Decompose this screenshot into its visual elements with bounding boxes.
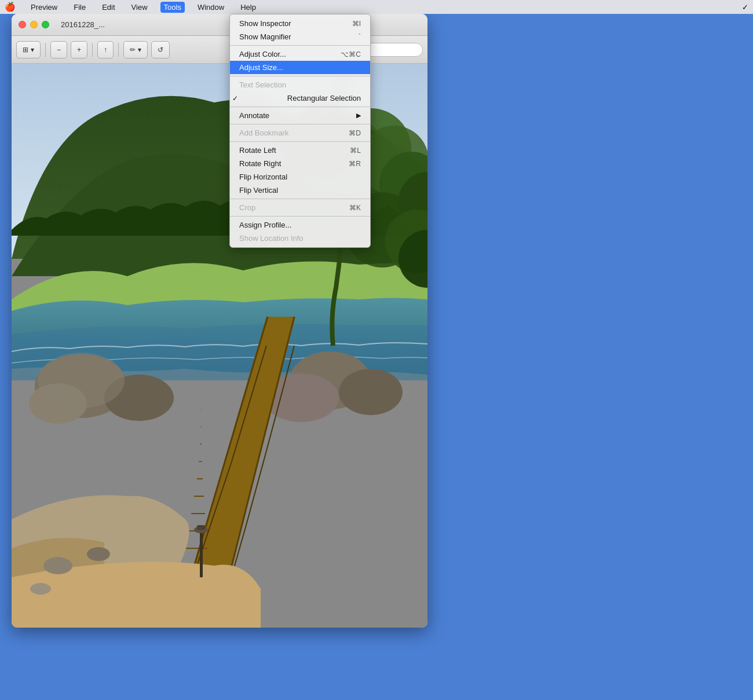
view-icon: ⊞: [23, 46, 28, 54]
toolbar-separator-2: [92, 43, 93, 57]
menubar-preview[interactable]: Preview: [27, 2, 61, 13]
svg-point-29: [30, 583, 51, 595]
toolbar-separator-3: [118, 43, 119, 57]
menu-label-text-selection: Text Selection: [239, 80, 286, 89]
menu-item-show-location-info[interactable]: Show Location Info: [230, 232, 370, 245]
rotate-button[interactable]: ↺: [151, 41, 170, 58]
taskbar-checkmark-icon: ✓: [742, 3, 748, 12]
menu-label-rotate-left: Rotate Left: [239, 146, 276, 155]
menu-item-text-selection[interactable]: Text Selection: [230, 78, 370, 91]
zoom-in-button[interactable]: +: [71, 41, 87, 58]
menu-separator-1: [230, 45, 370, 46]
svg-point-6: [339, 369, 403, 415]
menu-label-assign-profile: Assign Profile...: [239, 221, 291, 229]
markup-icon: ✏: [130, 46, 136, 54]
zoom-out-button[interactable]: −: [50, 41, 67, 58]
menu-label-rectangular-selection: Rectangular Selection: [287, 94, 361, 102]
zoom-in-icon: +: [77, 46, 81, 54]
menu-label-show-magnifier: Show Magnifier: [239, 32, 291, 41]
close-button[interactable]: [19, 21, 26, 28]
menu-shortcut-rotate-right: ⌘R: [349, 160, 361, 168]
menu-label-adjust-size: Adjust Size...: [239, 63, 283, 72]
share-button[interactable]: ↑: [97, 41, 114, 58]
menu-label-add-bookmark: Add Bookmark: [239, 129, 288, 137]
view-chevron-icon: ▾: [31, 46, 34, 54]
menu-label-show-inspector: Show Inspector: [239, 19, 291, 28]
svg-rect-42: [197, 525, 205, 530]
submenu-arrow-icon: ▶: [356, 112, 361, 119]
svg-rect-40: [200, 531, 203, 577]
menu-item-show-inspector[interactable]: Show Inspector ⌘I: [230, 17, 370, 30]
rotate-icon: ↺: [158, 46, 163, 54]
menu-separator-2: [230, 76, 370, 76]
menu-label-crop: Crop: [239, 203, 255, 212]
menu-item-show-magnifier[interactable]: Show Magnifier `: [230, 30, 370, 43]
tools-dropdown-menu: Show Inspector ⌘I Show Magnifier ` Adjus…: [229, 14, 371, 248]
menu-item-adjust-size[interactable]: Adjust Size...: [230, 61, 370, 74]
view-mode-button[interactable]: ⊞ ▾: [16, 41, 41, 58]
toolbar-separator-1: [45, 43, 46, 57]
menubar: 🍎 Preview File Edit View Tools Window He…: [0, 0, 753, 14]
menu-item-flip-horizontal[interactable]: Flip Horizontal: [230, 170, 370, 184]
menu-label-show-location-info: Show Location Info: [239, 234, 304, 243]
menu-shortcut-show-magnifier: `: [359, 33, 361, 41]
menubar-file[interactable]: File: [70, 2, 89, 13]
menubar-view[interactable]: View: [128, 2, 151, 13]
menu-item-annotate[interactable]: Annotate ▶: [230, 109, 370, 122]
menu-shortcut-show-inspector: ⌘I: [352, 20, 361, 28]
maximize-button[interactable]: [42, 21, 49, 28]
menu-shortcut-add-bookmark: ⌘D: [349, 129, 361, 137]
menubar-right: ✓: [742, 3, 748, 12]
zoom-out-icon: −: [57, 46, 61, 54]
markup-chevron-icon: ▾: [138, 46, 141, 54]
menu-label-adjust-color: Adjust Color...: [239, 50, 286, 58]
markup-button[interactable]: ✏ ▾: [123, 41, 148, 58]
menu-label-annotate: Annotate: [239, 111, 269, 120]
menu-item-rectangular-selection[interactable]: Rectangular Selection: [230, 91, 370, 105]
menu-separator-5: [230, 141, 370, 142]
menu-separator-3: [230, 107, 370, 107]
menu-separator-7: [230, 216, 370, 217]
menu-item-rotate-right[interactable]: Rotate Right ⌘R: [230, 157, 370, 170]
menu-label-rotate-right: Rotate Right: [239, 159, 281, 168]
menu-shortcut-rotate-left: ⌘L: [350, 146, 361, 155]
menu-shortcut-crop: ⌘K: [349, 204, 361, 212]
svg-point-27: [43, 557, 72, 574]
minimize-button[interactable]: [30, 21, 38, 28]
menu-separator-4: [230, 124, 370, 124]
apple-menu[interactable]: 🍎: [5, 2, 16, 12]
window-title: 20161228_...: [61, 20, 105, 29]
menubar-tools[interactable]: Tools: [160, 2, 185, 13]
menubar-edit[interactable]: Edit: [98, 2, 118, 13]
menu-label-flip-vertical: Flip Vertical: [239, 186, 278, 195]
menu-item-add-bookmark[interactable]: Add Bookmark ⌘D: [230, 126, 370, 140]
menubar-window[interactable]: Window: [194, 2, 228, 13]
menu-shortcut-adjust-color: ⌥⌘C: [341, 50, 361, 58]
traffic-lights: [19, 21, 49, 28]
menu-item-crop[interactable]: Crop ⌘K: [230, 201, 370, 214]
svg-point-28: [87, 547, 110, 561]
menu-separator-6: [230, 199, 370, 199]
svg-point-4: [38, 353, 125, 408]
menubar-help[interactable]: Help: [237, 2, 259, 13]
menu-item-flip-vertical[interactable]: Flip Vertical: [230, 184, 370, 197]
menu-item-rotate-left[interactable]: Rotate Left ⌘L: [230, 144, 370, 157]
menu-item-adjust-color[interactable]: Adjust Color... ⌥⌘C: [230, 47, 370, 61]
menu-item-assign-profile[interactable]: Assign Profile...: [230, 218, 370, 232]
share-icon: ↑: [104, 46, 107, 54]
menu-label-flip-horizontal: Flip Horizontal: [239, 173, 287, 181]
